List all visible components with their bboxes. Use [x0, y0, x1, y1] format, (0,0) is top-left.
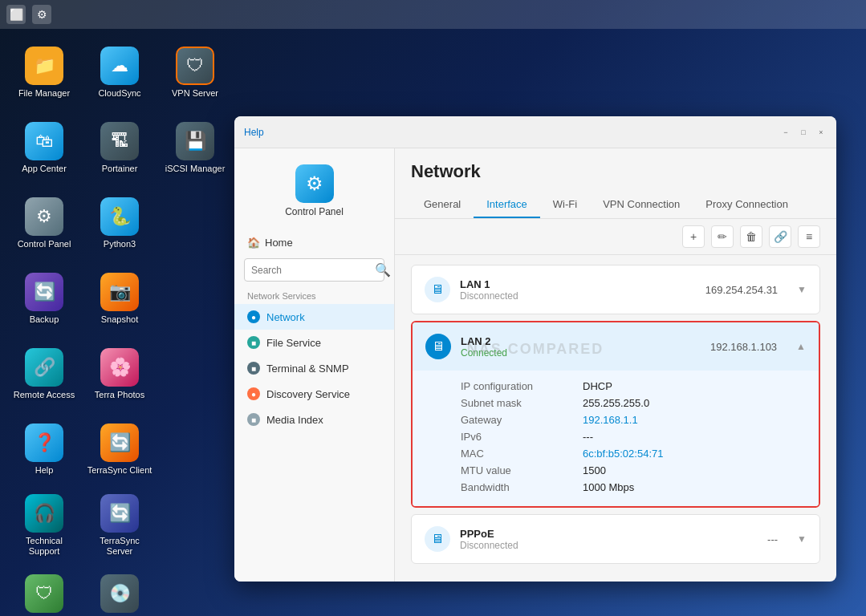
tab-interface[interactable]: Interface — [474, 192, 540, 218]
portainer-icon: 🏗 — [100, 122, 139, 160]
desktop-icon-vpn-server[interactable]: 🛡 VPN Server — [159, 37, 231, 109]
network-card-lan1: 🖥 LAN 1 Disconnected 169.254.254.31 ▼ — [411, 265, 820, 314]
app-center-label: App Center — [22, 164, 67, 174]
network-card-pppoe: 🖥 PPPoE Disconnected --- ▼ — [411, 514, 820, 564]
python3-label: Python3 — [104, 239, 136, 249]
desktop-icon-control-panel[interactable]: ⚙ Control Panel — [8, 188, 80, 260]
taskbar-settings-icon[interactable]: ⚙ — [32, 5, 51, 24]
desktop-icon-backup[interactable]: 🔄 Backup — [8, 263, 80, 335]
nav-item-media-index[interactable]: ■ Media Index — [234, 407, 394, 432]
lan1-header[interactable]: 🖥 LAN 1 Disconnected 169.254.254.31 ▼ — [412, 265, 819, 314]
nav-item-discovery-service[interactable]: ● Discovery Service — [234, 381, 394, 407]
help-link[interactable]: Help — [244, 127, 264, 138]
file-manager-label: File Manager — [18, 88, 70, 99]
desktop-icon-terrasync-server[interactable]: 🔄 TerraSync Server — [83, 489, 156, 561]
control-panel-header: ⚙ Control Panel — [234, 155, 394, 224]
search-icon: 🔍 — [375, 262, 391, 278]
search-box[interactable]: 🔍 — [244, 258, 384, 282]
ipv6-label: IPv6 — [461, 431, 573, 443]
desktop-icon-terrasync-client[interactable]: 🔄 TerraSync Client — [83, 414, 156, 486]
file-service-nav-label: File Service — [266, 337, 321, 349]
bandwidth-label: Bandwidth — [461, 481, 573, 493]
network-nav-label: Network — [266, 311, 305, 323]
mtu-value: 1500 — [583, 464, 806, 476]
iscsi-label: iSCSI Manager — [165, 164, 226, 174]
desktop-icon-terra-photos[interactable]: 🌸 Terra Photos — [83, 338, 156, 411]
add-button[interactable]: + — [682, 225, 705, 248]
lan2-header[interactable]: 🖥 LAN 2 Connected 192.168.1.103 ▲ — [413, 322, 819, 371]
lan2-chevron: ▲ — [796, 341, 806, 352]
content-title: Network — [411, 161, 820, 182]
terrasync-client-icon: 🔄 — [100, 424, 139, 462]
pppoe-name: PPPoE — [460, 528, 758, 540]
media-nav-dot: ■ — [247, 413, 260, 426]
usb-copy-icon: 💿 — [100, 574, 139, 613]
mac-label: MAC — [461, 448, 573, 460]
tab-vpn-connection[interactable]: VPN Connection — [590, 192, 693, 218]
taskbar-window-icon[interactable]: ⬜ — [6, 5, 26, 24]
pppoe-header[interactable]: 🖥 PPPoE Disconnected --- ▼ — [412, 515, 819, 563]
ip-config-label: IP configuration — [461, 380, 573, 392]
content-header: Network General Interface Wi-Fi VPN Conn… — [395, 148, 836, 219]
desktop-icon-technical-support[interactable]: 🎧 Technical Support — [8, 489, 80, 561]
home-icon: 🏠 — [247, 237, 260, 249]
file-manager-icon: 📁 — [25, 47, 63, 85]
pppoe-ip: --- — [767, 533, 778, 545]
nav-item-terminal-snmp[interactable]: ■ Terminal & SNMP — [234, 355, 394, 381]
technical-support-icon: 🎧 — [25, 494, 63, 533]
technical-support-label: Technical Support — [11, 536, 77, 557]
tab-proxy-connection[interactable]: Proxy Connection — [693, 192, 801, 218]
tab-general[interactable]: General — [411, 192, 474, 218]
lan1-chevron: ▼ — [797, 284, 807, 295]
menu-button[interactable]: ≡ — [798, 225, 820, 248]
portainer-label: Portainer — [102, 164, 138, 174]
nav-item-file-service[interactable]: ■ File Service — [234, 330, 394, 355]
control-panel-icon: ⚙ — [25, 197, 63, 236]
security-advisor-icon: 🛡 — [25, 574, 63, 613]
vpn-server-icon: 🛡 — [176, 47, 214, 85]
subnet-value: 255.255.255.0 — [583, 397, 806, 409]
delete-button[interactable]: 🗑 — [740, 225, 762, 248]
desktop-icon-snapshot[interactable]: 📷 Snapshot — [83, 263, 156, 335]
desktop-icon-security-advisor[interactable]: 🛡 Security Advisor — [8, 565, 80, 616]
link-button[interactable]: 🔗 — [769, 225, 791, 248]
snapshot-icon: 📷 — [100, 273, 139, 311]
desktop-icon-file-manager[interactable]: 📁 File Manager — [8, 37, 80, 109]
nav-home[interactable]: 🏠 Home — [234, 230, 394, 255]
network-list: 🖥 LAN 1 Disconnected 169.254.254.31 ▼ 🖥 — [395, 255, 836, 582]
python3-icon: 🐍 — [100, 197, 139, 236]
nav-item-network[interactable]: ● Network — [234, 304, 394, 330]
window-body: ⚙ Control Panel 🏠 Home 🔍 Network Service… — [234, 148, 836, 582]
desktop-icon-usb-copy[interactable]: 💿 USB Copy — [83, 565, 156, 616]
nav-section-title: Network Services — [234, 285, 394, 304]
desktop-icon-remote-access[interactable]: 🔗 Remote Access — [8, 338, 80, 411]
gateway-value: 192.168.1.1 — [583, 414, 806, 426]
search-input[interactable] — [251, 265, 372, 276]
help-label: Help — [35, 465, 54, 476]
toolbar: + ✏ 🗑 🔗 ≡ — [395, 219, 836, 255]
lan1-status: Disconnected — [460, 290, 696, 302]
terra-photos-label: Terra Photos — [95, 390, 144, 400]
snapshot-label: Snapshot — [101, 314, 138, 325]
lan2-name: LAN 2 — [461, 335, 701, 347]
pppoe-info: PPPoE Disconnected — [460, 528, 758, 551]
desktop-icon-help[interactable]: ❓ Help — [8, 414, 80, 486]
edit-button[interactable]: ✏ — [711, 225, 734, 248]
pppoe-chevron: ▼ — [797, 533, 807, 545]
lan2-info: LAN 2 Connected — [461, 335, 701, 359]
close-button[interactable]: × — [815, 127, 827, 138]
desktop-icon-app-center[interactable]: 🛍 App Center — [8, 112, 80, 184]
tab-bar: General Interface Wi-Fi VPN Connection P… — [411, 192, 820, 218]
maximize-button[interactable]: □ — [798, 127, 809, 138]
pppoe-icon: 🖥 — [425, 526, 450, 552]
desktop-icon-python3[interactable]: 🐍 Python3 — [83, 188, 156, 260]
minimize-button[interactable]: − — [780, 127, 791, 138]
lan1-info: LAN 1 Disconnected — [460, 278, 696, 302]
desktop-icon-cloudsync[interactable]: ☁ CloudSync — [83, 37, 156, 109]
mtu-label: MTU value — [461, 464, 573, 476]
desktop-icon-portainer[interactable]: 🏗 Portainer — [83, 112, 156, 184]
bandwidth-value: 1000 Mbps — [583, 481, 806, 493]
desktop-icon-iscsi[interactable]: 💾 iSCSI Manager — [159, 112, 231, 184]
tab-wifi[interactable]: Wi-Fi — [540, 192, 590, 218]
terrasync-client-label: TerraSync Client — [87, 465, 152, 476]
